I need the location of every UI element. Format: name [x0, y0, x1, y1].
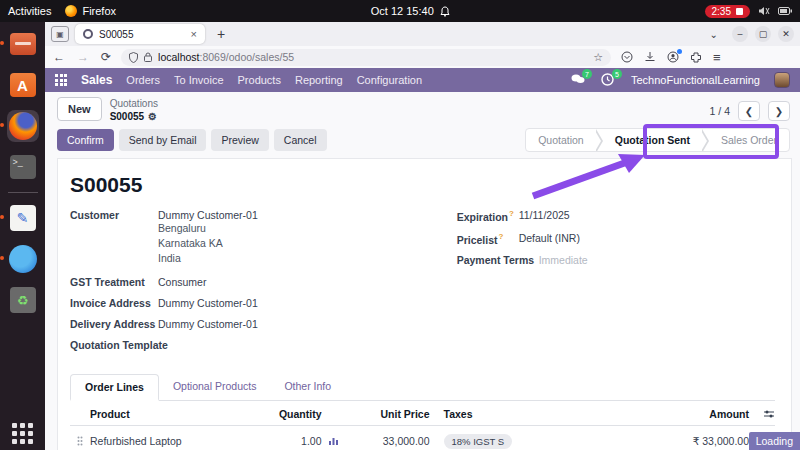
- dock-terminal[interactable]: >_: [7, 151, 39, 183]
- menu-hamburger-icon[interactable]: ≡: [713, 50, 721, 65]
- browser-toolbar: ← → ⟳ localhost:8069/odoo/sales/55 ☆ ≡: [45, 46, 800, 68]
- drag-handle-icon[interactable]: [70, 436, 90, 446]
- breadcrumb-current: S00055: [110, 110, 144, 123]
- terminal-icon: >_: [10, 155, 36, 179]
- tab-order-lines[interactable]: Order Lines: [70, 374, 159, 401]
- invoice-address-value[interactable]: Dummy Customer-01: [158, 297, 258, 309]
- forward-button[interactable]: →: [77, 50, 89, 64]
- cell-product[interactable]: Refurbished Laptop: [90, 435, 252, 447]
- status-step-quotation[interactable]: Quotation: [526, 129, 596, 151]
- breadcrumb-quotations[interactable]: Quotations: [110, 97, 158, 110]
- menu-configuration[interactable]: Configuration: [357, 74, 422, 86]
- downloads-icon[interactable]: [644, 51, 656, 63]
- new-tab-button[interactable]: +: [211, 26, 231, 42]
- activities-count-badge: 5: [612, 69, 622, 79]
- dock-trash[interactable]: ♻: [7, 284, 39, 316]
- status-step-sales-order[interactable]: Sales Order: [709, 129, 789, 151]
- cancel-button[interactable]: Cancel: [274, 129, 327, 151]
- optional-columns-icon[interactable]: [763, 409, 775, 419]
- preview-button[interactable]: Preview: [211, 129, 268, 151]
- user-avatar[interactable]: [774, 72, 790, 88]
- cell-quantity[interactable]: 1.00: [252, 435, 322, 447]
- tab-other-info[interactable]: Other Info: [270, 374, 345, 400]
- window-maximize-button[interactable]: ▢: [755, 26, 771, 42]
- forecast-chart-icon[interactable]: [328, 436, 339, 446]
- record-pager: 1 / 4 ❮ ❯: [710, 101, 790, 121]
- firefox-icon: [9, 112, 37, 140]
- screen-recording-indicator[interactable]: 2:35: [705, 5, 750, 18]
- volume-muted-icon: [758, 6, 770, 16]
- header-product[interactable]: Product: [90, 408, 252, 420]
- messages-count-badge: 7: [582, 69, 592, 79]
- battery-icon: [778, 7, 792, 15]
- activities-clock-icon[interactable]: 5: [601, 73, 617, 87]
- delivery-address-label: Delivery Address: [70, 318, 158, 330]
- table-row[interactable]: Refurbished Laptop 1.00 33,000.00 18% IG…: [70, 426, 775, 450]
- tax-badge[interactable]: 18% IGST S: [444, 434, 513, 449]
- menu-reporting[interactable]: Reporting: [295, 74, 343, 86]
- dock-text-editor[interactable]: ✎: [7, 202, 39, 234]
- thunderbird-icon: [9, 245, 37, 273]
- header-unit-price[interactable]: Unit Price: [346, 408, 430, 420]
- odoo-navbar: Sales Orders To Invoice Products Reporti…: [45, 68, 800, 92]
- confirm-button[interactable]: Confirm: [57, 129, 114, 151]
- record-actions-gear-icon[interactable]: ⚙: [148, 110, 157, 123]
- header-taxes[interactable]: Taxes: [430, 408, 588, 420]
- pager-previous-button[interactable]: ❮: [738, 101, 760, 121]
- help-marker: ?: [509, 209, 514, 218]
- new-button[interactable]: New: [57, 97, 102, 121]
- user-menu[interactable]: TechnoFunctionalLearning: [631, 74, 760, 86]
- firefox-app-icon: [65, 5, 77, 17]
- menu-to-invoice[interactable]: To Invoice: [174, 74, 224, 86]
- back-button[interactable]: ←: [53, 50, 65, 64]
- cell-unit-price[interactable]: 33,000.00: [346, 435, 430, 447]
- send-by-email-button[interactable]: Send by Email: [119, 129, 207, 151]
- activities-button[interactable]: Activities: [8, 5, 51, 17]
- gst-treatment-value[interactable]: Consumer: [158, 276, 206, 288]
- firefox-window: ▣ S00055 × + ⌄ – ▢ ✕ ← → ⟳: [45, 22, 800, 450]
- pricelist-label: Pricelist?: [457, 232, 519, 246]
- browser-tab[interactable]: S00055 ×: [75, 24, 205, 44]
- clock[interactable]: Oct 12 15:40: [371, 5, 434, 17]
- pager-count: 1 / 4: [710, 105, 730, 117]
- messages-icon[interactable]: 7: [571, 73, 587, 87]
- gst-treatment-label: GST Treatment: [70, 276, 158, 288]
- pager-next-button[interactable]: ❯: [768, 101, 790, 121]
- account-icon[interactable]: [667, 51, 679, 63]
- firefox-view-icon[interactable]: ▣: [51, 26, 69, 42]
- reload-button[interactable]: ⟳: [101, 50, 111, 64]
- dock-firefox[interactable]: [7, 110, 39, 142]
- customer-value[interactable]: Dummy Customer-01: [158, 209, 258, 221]
- menu-products[interactable]: Products: [238, 74, 281, 86]
- notebook-tabs: Order Lines Optional Products Other Info: [70, 374, 775, 401]
- header-quantity[interactable]: Quantity: [252, 408, 322, 420]
- window-minimize-button[interactable]: –: [732, 26, 748, 42]
- dock-software-store[interactable]: A: [7, 69, 39, 101]
- payment-terms-value[interactable]: Immediate: [539, 254, 588, 266]
- tab-optional-products[interactable]: Optional Products: [159, 374, 270, 400]
- window-close-button[interactable]: ✕: [778, 26, 794, 42]
- url-bar[interactable]: localhost:8069/odoo/sales/55 ☆: [121, 49, 611, 66]
- notification-bell-icon: [440, 6, 450, 17]
- bookmark-star-icon[interactable]: ☆: [593, 51, 603, 64]
- apps-menu-icon[interactable]: [55, 74, 67, 86]
- invoice-address-label: Invoice Address: [70, 297, 158, 309]
- extensions-icon[interactable]: [690, 51, 702, 63]
- dock-files[interactable]: [7, 28, 39, 60]
- dock-thunderbird[interactable]: [7, 243, 39, 275]
- tab-title: S00055: [99, 29, 133, 40]
- tab-close-icon[interactable]: ×: [191, 28, 197, 40]
- list-tabs-chevron-icon[interactable]: ⌄: [710, 29, 718, 40]
- menu-orders[interactable]: Orders: [126, 74, 160, 86]
- expiration-value[interactable]: 11/11/2025: [519, 209, 570, 223]
- status-step-quotation-sent[interactable]: Quotation Sent: [603, 129, 702, 151]
- delivery-address-value[interactable]: Dummy Customer-01: [158, 318, 258, 330]
- focused-app[interactable]: Firefox: [65, 5, 116, 17]
- pocket-icon[interactable]: [621, 51, 633, 63]
- customer-address-line: Karnataka KA: [158, 236, 258, 251]
- header-amount[interactable]: Amount: [588, 408, 750, 420]
- app-name-sales[interactable]: Sales: [81, 73, 112, 87]
- show-applications-button[interactable]: [12, 423, 33, 444]
- pricelist-value[interactable]: Default (INR): [519, 232, 580, 246]
- customer-label: Customer: [70, 209, 158, 267]
